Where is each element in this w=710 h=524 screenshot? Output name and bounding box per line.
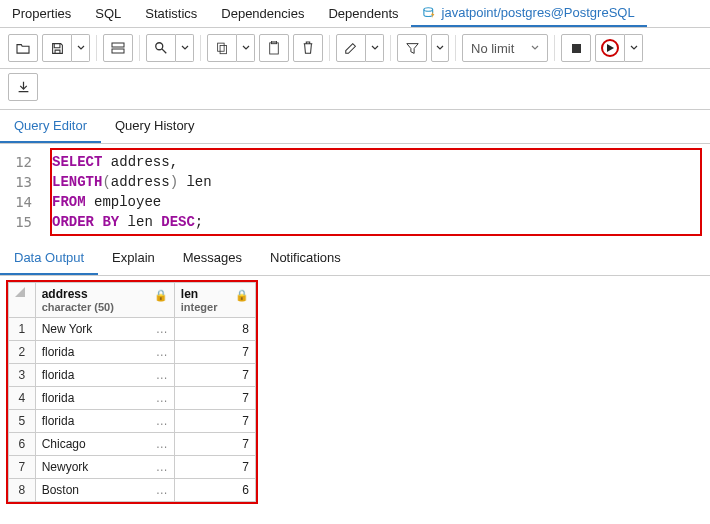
- filter-button[interactable]: [397, 34, 427, 62]
- cell-address[interactable]: Chicago…: [35, 433, 174, 456]
- row-number[interactable]: 8: [9, 479, 36, 502]
- svg-rect-8: [572, 44, 581, 53]
- svg-rect-4: [217, 43, 224, 51]
- tab-label: Explain: [112, 250, 155, 265]
- result-tab-strip: Data Output Explain Messages Notificatio…: [0, 242, 710, 276]
- tab-label: Dependents: [328, 6, 398, 21]
- tab-statistics[interactable]: Statistics: [133, 0, 209, 27]
- tab-dependents[interactable]: Dependents: [316, 0, 410, 27]
- row-number[interactable]: 6: [9, 433, 36, 456]
- cell-len[interactable]: 7: [174, 410, 255, 433]
- editor-line: 14FROM employee: [52, 192, 694, 212]
- svg-rect-6: [270, 43, 279, 54]
- tab-connection[interactable]: javatpoint/postgres@PostgreSQL: [411, 0, 647, 27]
- svg-point-3: [156, 43, 163, 50]
- tab-label: Query Editor: [14, 118, 87, 133]
- cell-len[interactable]: 6: [174, 479, 255, 502]
- cell-address[interactable]: florida…: [35, 341, 174, 364]
- cell-address[interactable]: Newyork…: [35, 456, 174, 479]
- result-grid-highlight-box: address character (50) 🔒 len integer 🔒 1…: [6, 280, 258, 504]
- cell-len[interactable]: 8: [174, 318, 255, 341]
- search-dropdown[interactable]: [176, 34, 194, 62]
- tab-label: Statistics: [145, 6, 197, 21]
- tab-dependencies[interactable]: Dependencies: [209, 0, 316, 27]
- cell-address[interactable]: New York…: [35, 318, 174, 341]
- cell-len[interactable]: 7: [174, 433, 255, 456]
- column-header-len[interactable]: len integer 🔒: [174, 283, 255, 318]
- delete-button[interactable]: [293, 34, 323, 62]
- stop-button[interactable]: [561, 34, 591, 62]
- line-number: 15: [8, 212, 42, 232]
- cell-address[interactable]: Boston…: [35, 479, 174, 502]
- tab-label: SQL: [95, 6, 121, 21]
- tab-data-output[interactable]: Data Output: [0, 242, 98, 275]
- find-replace-button[interactable]: [103, 34, 133, 62]
- download-button[interactable]: [8, 73, 38, 101]
- filter-dropdown[interactable]: [431, 34, 449, 62]
- tab-query-editor[interactable]: Query Editor: [0, 110, 101, 143]
- execute-dropdown[interactable]: [625, 34, 643, 62]
- row-number[interactable]: 2: [9, 341, 36, 364]
- table-row[interactable]: 5florida…7: [9, 410, 256, 433]
- copy-button[interactable]: [207, 34, 237, 62]
- tab-properties[interactable]: Properties: [0, 0, 83, 27]
- cell-len[interactable]: 7: [174, 341, 255, 364]
- sql-editor[interactable]: 12SELECT address,13LENGTH(address) len14…: [52, 152, 694, 232]
- tab-sql[interactable]: SQL: [83, 0, 133, 27]
- sql-editor-highlight-box: 12SELECT address,13LENGTH(address) len14…: [50, 148, 702, 236]
- toolbar-row-2: [0, 69, 710, 110]
- edit-button[interactable]: [336, 34, 366, 62]
- play-icon: [606, 43, 615, 53]
- cell-address[interactable]: florida…: [35, 410, 174, 433]
- table-row[interactable]: 6Chicago…7: [9, 433, 256, 456]
- tab-label: Notifications: [270, 250, 341, 265]
- column-header-address[interactable]: address character (50) 🔒: [35, 283, 174, 318]
- search-button[interactable]: [146, 34, 176, 62]
- row-number[interactable]: 3: [9, 364, 36, 387]
- tab-label: Query History: [115, 118, 194, 133]
- editor-line: 12SELECT address,: [52, 152, 694, 172]
- table-row[interactable]: 1New York…8: [9, 318, 256, 341]
- cell-len[interactable]: 7: [174, 456, 255, 479]
- cell-address[interactable]: florida…: [35, 364, 174, 387]
- cell-address[interactable]: florida…: [35, 387, 174, 410]
- table-row[interactable]: 2florida…7: [9, 341, 256, 364]
- table-row[interactable]: 4florida…7: [9, 387, 256, 410]
- database-lightning-icon: [423, 6, 437, 20]
- save-button[interactable]: [42, 34, 72, 62]
- tab-query-history[interactable]: Query History: [101, 110, 208, 143]
- tab-notifications[interactable]: Notifications: [256, 242, 355, 275]
- cell-len[interactable]: 7: [174, 387, 255, 410]
- limit-label: No limit: [471, 41, 514, 56]
- table-row[interactable]: 8Boston…6: [9, 479, 256, 502]
- editor-tab-strip: Query Editor Query History: [0, 110, 710, 144]
- cell-len[interactable]: 7: [174, 364, 255, 387]
- paste-button[interactable]: [259, 34, 289, 62]
- limit-select[interactable]: No limit: [462, 34, 548, 62]
- lock-icon: 🔒: [154, 289, 168, 302]
- row-number[interactable]: 4: [9, 387, 36, 410]
- tab-label: Properties: [12, 6, 71, 21]
- svg-rect-1: [112, 43, 124, 47]
- tab-messages[interactable]: Messages: [169, 242, 256, 275]
- tab-explain[interactable]: Explain: [98, 242, 169, 275]
- table-row[interactable]: 3florida…7: [9, 364, 256, 387]
- line-number: 12: [8, 152, 42, 172]
- tab-label: Data Output: [14, 250, 84, 265]
- open-file-button[interactable]: [8, 34, 38, 62]
- editor-line: 15ORDER BY len DESC;: [52, 212, 694, 232]
- result-grid[interactable]: address character (50) 🔒 len integer 🔒 1…: [8, 282, 256, 502]
- corner-cell[interactable]: [9, 283, 36, 318]
- copy-dropdown[interactable]: [237, 34, 255, 62]
- svg-rect-5: [220, 46, 227, 54]
- edit-dropdown[interactable]: [366, 34, 384, 62]
- execute-button[interactable]: [595, 34, 625, 62]
- save-dropdown[interactable]: [72, 34, 90, 62]
- table-row[interactable]: 7Newyork…7: [9, 456, 256, 479]
- row-number[interactable]: 5: [9, 410, 36, 433]
- row-number[interactable]: 7: [9, 456, 36, 479]
- row-number[interactable]: 1: [9, 318, 36, 341]
- col-type: integer: [181, 301, 249, 313]
- main-toolbar: No limit: [0, 28, 710, 69]
- line-number: 13: [8, 172, 42, 192]
